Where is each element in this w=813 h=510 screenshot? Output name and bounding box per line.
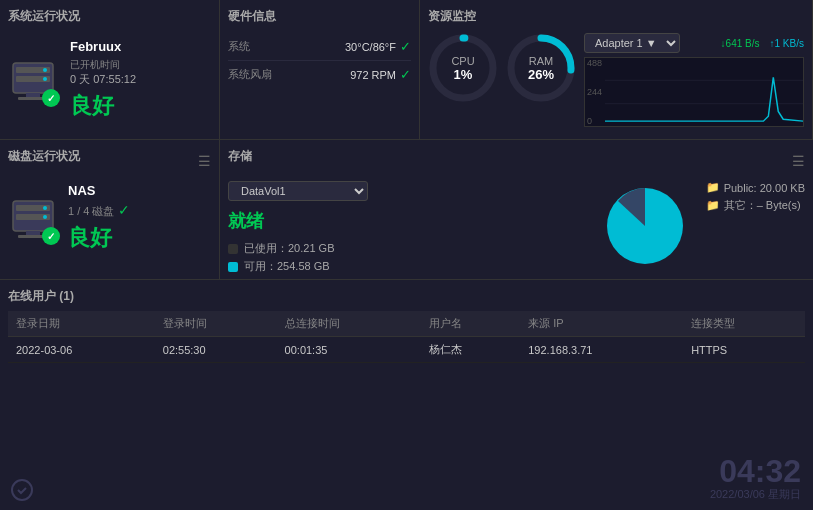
svg-point-17 xyxy=(43,215,47,219)
col-source-ip: 来源 IP xyxy=(520,311,683,337)
svg-point-16 xyxy=(43,206,47,210)
table-header-row: 登录日期 登录时间 总连接时间 用户名 来源 IP 连接类型 xyxy=(8,311,805,337)
disk-check-icon: ✓ xyxy=(42,227,60,245)
storage-other-info: 📁 其它：– Byte(s) xyxy=(706,198,805,213)
col-login-date: 登录日期 xyxy=(8,311,155,337)
chart-label-mid: 244 xyxy=(587,87,602,97)
cell-username: 杨仁杰 xyxy=(421,337,520,363)
disk-good-status: 良好 xyxy=(68,223,211,253)
uptime-label: 已开机时间 xyxy=(70,58,211,72)
chart-label-bot: 0 xyxy=(587,116,602,126)
cpu-gauge-label: CPU 1% xyxy=(451,55,474,82)
speed-up: ↑1 KB/s xyxy=(770,38,804,49)
storage-menu-icon[interactable]: ☰ xyxy=(792,153,805,169)
hw-temp-row: 系统 30°C/86°F ✓ xyxy=(228,33,411,61)
system-status-title: 系统运行状况 xyxy=(8,8,211,25)
disk-status-title: 磁盘运行状况 xyxy=(8,148,80,165)
temp-check-icon: ✓ xyxy=(400,39,411,54)
legend-free: 可用：254.58 GB xyxy=(228,259,584,274)
footer-date: 2022/03/06 星期日 xyxy=(710,487,801,502)
disk-menu-icon[interactable]: ☰ xyxy=(198,153,211,169)
ram-gauge: RAM 26% xyxy=(506,33,576,103)
section-title-row: 在线用户 (1) xyxy=(8,288,805,305)
chart-label-top: 488 xyxy=(587,58,602,68)
ram-name: RAM xyxy=(528,55,554,67)
storage-legend: 已使用：20.21 GB 可用：254.58 GB xyxy=(228,241,584,274)
col-username: 用户名 xyxy=(421,311,520,337)
hardware-info-panel: 硬件信息 系统 30°C/86°F ✓ 系统风扇 972 RPM ✓ xyxy=(220,0,420,139)
ram-gauge-ring: RAM 26% xyxy=(506,33,576,103)
col-login-time: 登录时间 xyxy=(155,311,277,337)
chart-labels: 488 244 0 xyxy=(587,58,602,126)
col-conn-type: 连接类型 xyxy=(683,311,805,337)
storage-pie-chart xyxy=(600,181,690,271)
storage-status-text: 就绪 xyxy=(228,209,584,233)
cell-source-ip: 192.168.3.71 xyxy=(520,337,683,363)
used-dot xyxy=(228,244,238,254)
ram-gauge-label: RAM 26% xyxy=(528,55,554,82)
users-table: 登录日期 登录时间 总连接时间 用户名 来源 IP 连接类型 2022-03-0… xyxy=(8,311,805,363)
cell-total-time: 00:01:35 xyxy=(277,337,421,363)
storage-header: 存储 ☰ xyxy=(228,148,805,173)
storage-panel: 存储 ☰ DataVol1 就绪 已使用：20.21 GB 可用：254.58 … xyxy=(220,140,813,279)
svg-point-3 xyxy=(43,68,47,72)
network-chart-area: Adapter 1 ▼ ↓641 B/s ↑1 KB/s 488 244 0 xyxy=(584,33,804,127)
cpu-name: CPU xyxy=(451,55,474,67)
status-info: Februux 已开机时间 0 天 07:55:12 良好 xyxy=(70,39,211,121)
cpu-gauge-ring: CPU 1% xyxy=(428,33,498,103)
disk-status-panel: 磁盘运行状况 ☰ ✓ NAS xyxy=(0,140,220,279)
hw-fan-row: 系统风扇 972 RPM ✓ xyxy=(228,61,411,88)
status-check-icon: ✓ xyxy=(42,89,60,107)
hw-temp-value: 30°C/86°F ✓ xyxy=(345,39,411,54)
bottom-left-icon xyxy=(10,478,34,502)
top-row: 系统运行状况 ✓ Februux 已开机时间 xyxy=(0,0,813,140)
cpu-gauge: CPU 1% xyxy=(428,33,498,103)
middle-row: 磁盘运行状况 ☰ ✓ NAS xyxy=(0,140,813,280)
system-status-panel: 系统运行状况 ✓ Februux 已开机时间 xyxy=(0,0,220,139)
storage-volume-select[interactable]: DataVol1 xyxy=(228,181,368,201)
hw-fan-label: 系统风扇 xyxy=(228,67,272,82)
status-content: ✓ Februux 已开机时间 0 天 07:55:12 良好 xyxy=(8,33,211,127)
online-users-title: 在线用户 (1) xyxy=(8,289,74,303)
hw-fan-value: 972 RPM ✓ xyxy=(350,67,411,82)
disk-content: ✓ NAS 1 / 4 磁盘 ✓ 良好 xyxy=(8,179,211,257)
disk-info: NAS 1 / 4 磁盘 ✓ 良好 xyxy=(68,183,211,253)
table-row: 2022-03-06 02:55:30 00:01:35 杨仁杰 192.168… xyxy=(8,337,805,363)
used-label: 已使用：20.21 GB xyxy=(244,241,334,256)
fan-check-icon: ✓ xyxy=(400,67,411,82)
main-container: 系统运行状况 ✓ Februux 已开机时间 xyxy=(0,0,813,510)
free-dot xyxy=(228,262,238,272)
legend-used: 已使用：20.21 GB xyxy=(228,241,584,256)
network-speeds: ↓641 B/s ↑1 KB/s xyxy=(721,38,804,49)
ram-pct: 26% xyxy=(528,67,554,82)
online-users-section: 在线用户 (1) 登录日期 登录时间 总连接时间 用户名 来源 IP 连接类型 … xyxy=(0,280,813,510)
disk-count: 1 / 4 磁盘 ✓ xyxy=(68,202,211,219)
resource-monitor-title: 资源监控 xyxy=(428,8,804,25)
cpu-pct: 1% xyxy=(451,67,474,82)
server-name: Februux xyxy=(70,39,211,54)
uptime-value: 0 天 07:55:12 xyxy=(70,72,211,87)
cell-login-date: 2022-03-06 xyxy=(8,337,155,363)
resource-monitor-panel: 资源监控 CPU 1% xyxy=(420,0,813,139)
chart-header-row: Adapter 1 ▼ ↓641 B/s ↑1 KB/s xyxy=(584,33,804,53)
disk-name: NAS xyxy=(68,183,211,198)
resource-inner: CPU 1% RAM 26% xyxy=(428,33,804,127)
storage-info: 📁 Public: 20.00 KB 📁 其它：– Byte(s) xyxy=(706,181,805,213)
storage-public-info: 📁 Public: 20.00 KB xyxy=(706,181,805,194)
svg-point-4 xyxy=(43,77,47,81)
adapter-select[interactable]: Adapter 1 ▼ xyxy=(584,33,680,53)
speed-down: ↓641 B/s xyxy=(721,38,760,49)
storage-title: 存储 xyxy=(228,148,252,165)
svg-point-21 xyxy=(12,480,32,500)
footer: 04:32 2022/03/06 星期日 xyxy=(710,455,801,502)
footer-time: 04:32 xyxy=(710,455,801,487)
cell-conn-type: HTTPS xyxy=(683,337,805,363)
disk-icon: ✓ xyxy=(8,193,58,243)
cell-login-time: 02:55:30 xyxy=(155,337,277,363)
network-chart: 488 244 0 xyxy=(584,57,804,127)
col-total-time: 总连接时间 xyxy=(277,311,421,337)
hw-temp-label: 系统 xyxy=(228,39,250,54)
nas-icon: ✓ xyxy=(8,55,58,105)
system-good-status: 良好 xyxy=(70,91,211,121)
disk-status-header: 磁盘运行状况 ☰ xyxy=(8,148,211,173)
